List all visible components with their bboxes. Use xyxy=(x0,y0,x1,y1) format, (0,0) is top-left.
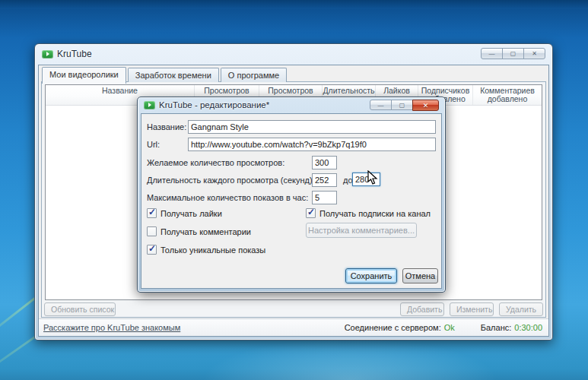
delete-button[interactable]: Удалить xyxy=(499,302,543,316)
tab-strip: Мои видеоролики Заработок времени О прог… xyxy=(42,68,288,82)
column-header-comments[interactable]: Комментариев добавлено xyxy=(473,85,542,105)
checkbox-icon[interactable] xyxy=(147,226,157,236)
maximize-icon[interactable]: ▢ xyxy=(502,48,524,59)
cancel-button[interactable]: Отмена xyxy=(402,268,438,283)
refresh-list-button[interactable]: Обновить список xyxy=(44,302,116,316)
connection-status-value: Ok xyxy=(444,323,455,332)
edit-dialog: KruTube - редактирование* — ▢ ✕ Название… xyxy=(137,97,446,293)
url-input[interactable] xyxy=(188,138,436,151)
minimize-icon[interactable]: — xyxy=(481,48,503,59)
dialog-client: Название: Url: Желаемое количество просм… xyxy=(141,113,442,289)
checkbox-icon[interactable] xyxy=(147,245,157,255)
dialog-titlebar[interactable]: KruTube - редактирование* — ▢ ✕ xyxy=(138,97,445,113)
desired-views-label: Желаемое количество просмотров: xyxy=(147,158,284,167)
status-bar: Расскажите про KruTube знакомым Соединен… xyxy=(39,318,548,336)
balance-label: Баланс: xyxy=(481,323,512,332)
wallpaper-glow xyxy=(190,334,510,380)
krutube-app-icon xyxy=(42,50,53,59)
save-button[interactable]: Сохранить xyxy=(345,268,397,283)
desired-views-input[interactable] xyxy=(312,156,337,169)
dialog-close-icon[interactable]: ✕ xyxy=(412,100,439,111)
mouse-cursor xyxy=(367,170,378,185)
duration-to-label: до xyxy=(343,176,353,185)
dialog-title: KruTube - редактирование* xyxy=(159,100,269,109)
get-comments-checkbox[interactable]: Получать комментарии xyxy=(147,226,251,236)
tell-friends-link[interactable]: Расскажите про KruTube знакомым xyxy=(43,323,180,332)
get-subscriptions-checkbox[interactable]: Получать подписки на канал xyxy=(306,208,431,218)
tab-my-videos[interactable]: Мои видеоролики xyxy=(42,67,126,84)
duration-from-input[interactable] xyxy=(312,173,337,187)
get-likes-checkbox[interactable]: Получать лайки xyxy=(147,208,222,218)
connection-label: Соединение с сервером: xyxy=(345,323,441,332)
main-window-title: KruTube xyxy=(57,49,92,59)
add-button[interactable]: Добавить xyxy=(400,302,444,316)
balance-value: 0:30:00 xyxy=(514,323,542,332)
checkbox-icon[interactable] xyxy=(306,208,316,218)
main-window-titlebar[interactable]: KruTube — ▢ ✕ xyxy=(35,44,552,65)
edit-button[interactable]: Изменить xyxy=(450,302,494,316)
tab-about[interactable]: О программе xyxy=(221,68,287,82)
max-per-hour-input[interactable] xyxy=(312,191,337,204)
name-label: Название: xyxy=(147,122,186,131)
tab-earn-time[interactable]: Заработок времени xyxy=(128,68,219,82)
unique-views-checkbox[interactable]: Только уникальные показы xyxy=(147,245,265,255)
max-per-hour-label: Максимальное количество показов в час: xyxy=(147,193,308,202)
comment-settings-button[interactable]: Настройка комментариев... xyxy=(306,223,417,238)
video-letterbox-top xyxy=(0,0,588,9)
checkbox-icon[interactable] xyxy=(147,208,157,218)
desktop: KruTube — ▢ ✕ Мои видеоролики Заработок … xyxy=(0,0,588,380)
duration-label: Длительность каждого просмотра (секунд) … xyxy=(147,176,323,185)
dialog-minimize-icon[interactable]: — xyxy=(370,100,392,110)
url-label: Url: xyxy=(147,140,160,149)
krutube-app-icon xyxy=(144,101,155,109)
dialog-maximize-icon[interactable]: ▢ xyxy=(391,100,413,110)
close-icon[interactable]: ✕ xyxy=(523,48,545,59)
name-input[interactable] xyxy=(188,120,436,134)
list-button-row: Обновить список Добавить Изменить Удалит… xyxy=(42,301,545,317)
